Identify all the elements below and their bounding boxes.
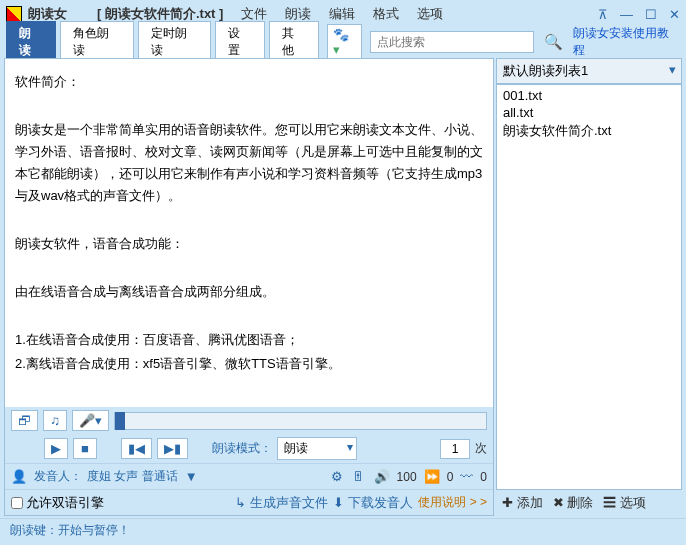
file-item[interactable]: 朗读女软件简介.txt [501,121,677,141]
mic-button[interactable]: 🎤▾ [72,410,109,431]
add-button[interactable]: ✚ 添加 [502,494,543,512]
search-icon[interactable]: 🔍 [538,33,569,51]
controls-panel: 🗗 ♫ 🎤▾ ▶ ■ ▮◀ ▶▮ 朗读模式： 朗读 次 👤 [5,407,493,515]
export-icon: ↳ [235,495,246,510]
mode-label: 朗读模式： [212,440,272,457]
prev-button[interactable]: ▮◀ [121,438,152,459]
speaker-label: 发音人： [34,468,82,485]
dual-engine-input[interactable] [11,497,23,509]
file-list[interactable]: 001.txt all.txt 朗读女软件简介.txt [496,84,682,490]
usage-link[interactable]: 使用说明 > > [418,494,487,511]
mode-select[interactable]: 朗读 [277,437,357,460]
content-p3: 朗读女软件，语音合成功能： [15,233,483,255]
search-input[interactable] [370,31,534,53]
delete-button[interactable]: ✖ 删除 [553,494,594,512]
maximize-icon[interactable]: ☐ [645,7,657,22]
tune-icon[interactable]: 🎚 [350,469,367,484]
content-p2: 朗读女是一个非常简单实用的语音朗读软件。您可以用它来朗读文本文件、小说、学习外语… [15,119,483,207]
pin-icon[interactable]: ⊼ [598,7,608,22]
toolbar: 朗读 角色朗读 定时朗读 设置 其他 🐾▾ 🔍 朗读女安装使用教程 [0,28,686,56]
next-button[interactable]: ▶▮ [157,438,188,459]
volume-value: 100 [397,470,417,484]
play-button[interactable]: ▶ [44,438,68,459]
speaker-value[interactable]: 度姐 女声 普通话 [87,468,178,485]
speaker-icon: 👤 [11,469,27,484]
speed-value: 0 [447,470,454,484]
main-area: 软件简介： 朗读女是一个非常简单实用的语音朗读软件。您可以用它来朗读文本文件、小… [0,56,686,518]
menu-format[interactable]: 格式 [373,5,399,23]
dual-engine-checkbox[interactable]: 允许双语引擎 [11,494,104,512]
speaker-dropdown-icon[interactable]: ▼ [183,469,200,484]
file-item[interactable]: all.txt [501,104,677,121]
menu-edit[interactable]: 编辑 [329,5,355,23]
left-pane: 软件简介： 朗读女是一个非常简单实用的语音朗读软件。您可以用它来朗读文本文件、小… [4,58,494,516]
download-speaker-button[interactable]: ⬇下载发音人 [333,494,413,512]
content-p4: 由在线语音合成与离线语音合成两部分组成。 [15,281,483,303]
volume-icon[interactable]: 🔊 [372,469,392,484]
right-pane: 默认朗读列表1 001.txt all.txt 朗读女软件简介.txt ✚ 添加… [496,58,682,516]
status-bar: 朗读键：开始与暂停！ [0,518,686,542]
note-button[interactable]: 🗗 [11,410,38,431]
settings-icon[interactable]: ⚙ [329,469,345,484]
repeat-count-input[interactable] [440,439,470,459]
tab-read[interactable]: 朗读 [6,21,56,63]
tab-timer-read[interactable]: 定时朗读 [138,21,212,63]
music-button[interactable]: ♫ [43,410,67,431]
tab-other[interactable]: 其他 [269,21,319,63]
download-icon: ⬇ [333,495,344,510]
content-p1: 软件简介： [15,71,483,93]
seek-bar[interactable] [114,412,487,430]
stop-button[interactable]: ■ [73,438,97,459]
playlist-actions: ✚ 添加 ✖ 删除 ☰ 选项 [496,490,682,516]
count-unit: 次 [475,440,487,457]
content-p6: 2.离线语音合成使用：xf5语音引擎、微软TTS语音引擎。 [15,353,483,375]
pitch-value: 0 [480,470,487,484]
window-controls: ⊼ — ☐ ✕ [598,7,680,22]
close-icon[interactable]: ✕ [669,7,680,22]
pitch-icon[interactable]: 〰 [458,469,475,484]
menu-options[interactable]: 选项 [417,5,443,23]
content-p5: 1.在线语音合成使用：百度语音、腾讯优图语音； [15,329,483,351]
tab-settings[interactable]: 设置 [215,21,265,63]
playlist-select[interactable]: 默认朗读列表1 [496,58,682,84]
file-item[interactable]: 001.txt [501,87,677,104]
text-content[interactable]: 软件简介： 朗读女是一个非常简单实用的语音朗读软件。您可以用它来朗读文本文件、小… [5,59,493,407]
gen-audio-button[interactable]: ↳生成声音文件 [235,494,328,512]
options-button[interactable]: ☰ 选项 [603,494,646,512]
tab-role-read[interactable]: 角色朗读 [60,21,134,63]
minimize-icon[interactable]: — [620,7,633,22]
app-icon [6,6,22,22]
help-link[interactable]: 朗读女安装使用教程 [573,25,680,59]
paw-button[interactable]: 🐾▾ [327,24,362,60]
speed-icon[interactable]: ⏩ [422,469,442,484]
seek-thumb[interactable] [115,412,125,430]
